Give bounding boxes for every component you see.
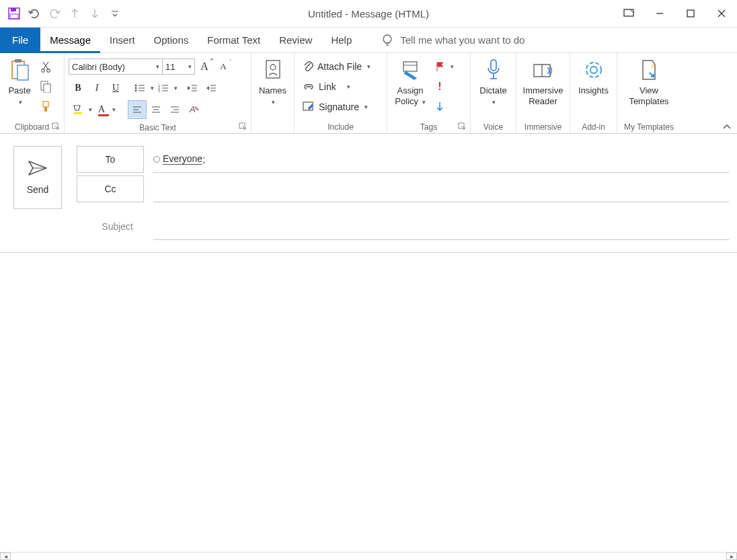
cut-button[interactable] <box>36 57 55 76</box>
svg-text:A: A <box>189 104 196 114</box>
low-importance-button[interactable] <box>430 97 449 116</box>
window-controls <box>613 3 737 24</box>
scissors-icon <box>40 61 51 73</box>
minimize-button[interactable] <box>644 3 675 24</box>
tab-format-text[interactable]: Format Text <box>198 28 270 53</box>
font-name-combo[interactable]: Calibri (Body)▾ <box>69 58 163 75</box>
paste-button[interactable]: Paste▾ <box>3 54 36 108</box>
undo-button[interactable] <box>24 3 44 24</box>
subject-field[interactable] <box>153 213 729 240</box>
font-size-combo[interactable]: 11▾ <box>163 58 195 75</box>
close-button[interactable] <box>706 3 737 24</box>
group-label-templates: My Templates <box>620 121 678 133</box>
save-button[interactable] <box>4 3 24 24</box>
align-center-button[interactable] <box>147 100 165 119</box>
book-speaker-icon <box>533 61 554 79</box>
tags-launcher[interactable] <box>458 122 467 132</box>
increase-indent-button[interactable] <box>202 79 221 97</box>
highlight-icon <box>72 104 84 116</box>
svg-rect-5 <box>687 10 694 17</box>
to-button[interactable]: To <box>77 146 144 173</box>
to-field[interactable]: Everyone; <box>153 146 729 173</box>
group-label-voice: Voice <box>473 121 513 133</box>
group-basic-text: Calibri (Body)▾ 11▾ A^ Aˇ B I U ▾ 123▾ ▾… <box>65 53 251 133</box>
copy-button[interactable] <box>36 77 55 96</box>
font-color-dropdown[interactable]: ▾ <box>112 106 116 113</box>
follow-up-dropdown[interactable]: ▾ <box>451 63 454 70</box>
shrink-font-button[interactable]: Aˇ <box>214 57 233 76</box>
decrease-indent-button[interactable] <box>183 79 202 97</box>
svg-rect-51 <box>491 60 496 71</box>
italic-button[interactable]: I <box>87 79 106 97</box>
recipient-chip[interactable]: Everyone <box>163 153 202 165</box>
horizontal-scrollbar[interactable]: ◂ ▸ <box>0 552 737 560</box>
collapse-ribbon-button[interactable] <box>722 124 732 130</box>
signature-button[interactable]: Signature▾ <box>299 97 375 116</box>
microphone-icon <box>486 58 501 81</box>
tab-file[interactable]: File <box>0 28 40 53</box>
tab-help[interactable]: Help <box>321 28 361 53</box>
indent-icon <box>206 83 217 93</box>
tab-options[interactable]: Options <box>145 28 198 53</box>
tab-insert[interactable]: Insert <box>100 28 145 53</box>
arrow-down-icon <box>436 102 444 112</box>
numbering-icon: 123 <box>158 83 169 93</box>
group-names: Names▾ <box>251 53 295 133</box>
svg-rect-49 <box>403 62 417 71</box>
signature-icon <box>303 102 315 112</box>
address-book-icon <box>264 59 282 81</box>
names-label: Names <box>259 85 286 95</box>
follow-up-button[interactable] <box>430 57 449 76</box>
svg-point-16 <box>135 85 137 87</box>
svg-rect-1 <box>11 8 16 11</box>
window-title: Untitled - Message (HTML) <box>308 8 429 19</box>
underline-button[interactable]: U <box>106 79 125 97</box>
clipboard-launcher[interactable] <box>52 122 61 132</box>
svg-rect-9 <box>17 65 28 80</box>
tell-me-search[interactable]: Tell me what you want to do <box>381 34 525 47</box>
immersive-reader-button[interactable]: Immersive Reader <box>519 54 567 108</box>
send-button[interactable]: Send <box>13 146 62 209</box>
basic-text-launcher[interactable] <box>239 122 248 132</box>
outdent-icon <box>187 83 198 93</box>
subject-label: Subject <box>77 221 144 232</box>
quick-access-toolbar <box>0 3 125 24</box>
maximize-button[interactable] <box>675 3 706 24</box>
highlight-button[interactable] <box>69 100 87 119</box>
tab-review[interactable]: Review <box>270 28 321 53</box>
numbering-dropdown[interactable]: ▾ <box>174 85 178 91</box>
svg-point-20 <box>135 90 137 92</box>
grow-font-button[interactable]: A^ <box>195 57 214 76</box>
message-body[interactable] <box>0 253 737 542</box>
link-button[interactable]: Link ▾ <box>299 77 375 96</box>
numbering-button[interactable]: 123 <box>154 79 173 97</box>
cc-button[interactable]: Cc <box>77 175 144 202</box>
attach-file-button[interactable]: Attach File▾ <box>299 57 375 76</box>
bullets-button[interactable] <box>130 79 149 97</box>
high-importance-button[interactable]: ! <box>430 77 449 96</box>
assign-policy-button[interactable]: Assign Policy ▾ <box>390 54 430 108</box>
align-right-icon <box>170 106 180 114</box>
cc-field[interactable] <box>153 175 729 202</box>
bold-button[interactable]: B <box>69 79 87 97</box>
font-color-button[interactable]: A <box>92 100 111 119</box>
clear-formatting-button[interactable]: A <box>184 100 203 119</box>
align-center-icon <box>151 106 161 114</box>
view-templates-button[interactable]: View Templates <box>625 54 672 108</box>
svg-point-47 <box>270 65 276 70</box>
insights-button[interactable]: Insights <box>574 54 613 97</box>
ribbon-display-options-button[interactable] <box>613 3 644 24</box>
group-label-basic-text: Basic Text <box>67 122 248 134</box>
scroll-right-button[interactable]: ▸ <box>726 553 737 560</box>
names-button[interactable]: Names▾ <box>255 54 290 108</box>
tab-message[interactable]: Message <box>40 28 100 53</box>
dictate-button[interactable]: Dictate▾ <box>475 54 510 108</box>
compose-area: Send To Everyone; Cc Subject <box>0 134 737 240</box>
format-painter-button[interactable] <box>36 97 55 116</box>
send-label: Send <box>27 184 49 195</box>
align-left-button[interactable] <box>128 100 147 119</box>
align-right-button[interactable] <box>165 100 184 119</box>
scroll-left-button[interactable]: ◂ <box>0 553 11 560</box>
qat-customize-button[interactable] <box>105 3 125 24</box>
lightbulb-icon <box>381 34 393 47</box>
